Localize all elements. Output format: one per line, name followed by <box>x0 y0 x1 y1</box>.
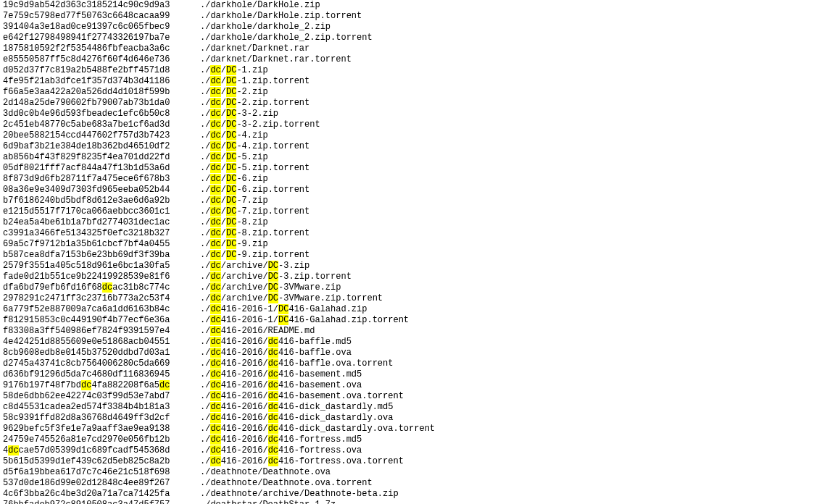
output-line: b587cea8dfa7153b6e23bb69df3f39ba./dc/DC-… <box>0 250 835 261</box>
file-path: ./dc/DC-3-2.zip <box>190 109 278 119</box>
highlight-match: dc <box>210 272 220 282</box>
highlight-match: dc <box>210 282 220 293</box>
highlight-match: dc <box>268 413 278 423</box>
file-path: ./dc416-2016/dc416-basement.ova.torrent <box>190 391 404 402</box>
highlight-match: dc <box>210 402 220 412</box>
highlight-match: dc <box>210 87 220 97</box>
output-line: c3991a3466fe5134325f0efc3218b327./dc/DC-… <box>0 228 835 239</box>
highlight-match: dc <box>210 358 220 369</box>
file-path: ./dc/DC-5.zip <box>190 152 268 163</box>
file-hash: 4e424251d8855609e0e51868acb04551 <box>0 337 190 348</box>
highlight-match: DC <box>226 109 236 119</box>
output-line: 7e759c5798ed77f50763c6648cacaa99./darkho… <box>0 11 835 22</box>
file-path: ./deathnote/Deathnote.ova.torrent <box>190 478 373 489</box>
file-hash: 05df8021fff7acf844a47f13b1d53a6d <box>0 163 190 174</box>
highlight-match: dc <box>210 413 220 423</box>
file-path: ./dc416-2016/dc416-baffle.ova <box>190 348 352 358</box>
output-line: 9629befc5f3fe1e7a9aaff3ae9ea9138./dc416-… <box>0 424 835 434</box>
file-path: ./dc/DC-2.zip <box>190 87 268 98</box>
file-path: ./dc416-2016/dc416-basement.ova <box>190 380 362 391</box>
file-path: ./dc/archive/DC-3VMware.zip <box>190 282 341 293</box>
highlight-match: DC <box>278 315 288 325</box>
highlight-match: dc <box>210 185 220 195</box>
highlight-match: DC <box>226 239 236 249</box>
file-hash: 24759e745526a81e7cd2970e056fb12b <box>0 434 190 445</box>
file-hash: 5b615d5399d1ef439c62d5eb825c8a2b <box>0 456 190 467</box>
highlight-match: DC <box>226 119 236 130</box>
file-hash: 537d0de186d99e02d12848c4ee89f267 <box>0 478 190 489</box>
file-hash: 08a36e9e3409d7303fd965eeba052b44 <box>0 185 190 196</box>
highlight-match: DC <box>226 163 236 173</box>
highlight-match: dc <box>210 445 220 455</box>
output-line: 58c9391ffd82d8a36768d4649ff3d2cf./dc416-… <box>0 413 835 424</box>
highlight-match: DC <box>226 65 236 75</box>
file-hash: f83308a3ff540986ef7824f9391597e4 <box>0 326 190 337</box>
file-hash: c3991a3466fe5134325f0efc3218b327 <box>0 228 190 239</box>
file-hash: 19c9d9ab542d363c3185214c90c9d9a3 <box>0 0 190 11</box>
file-path: ./darkhole/darkhole_2.zip <box>190 22 331 33</box>
file-path: ./dc416-2016/dc416-fortress.ova.torrent <box>190 456 404 467</box>
file-path: ./dc/DC-4.zip <box>190 130 268 141</box>
output-line: 6a779f52e887009a7ca6a1dd6163b84c./dc416-… <box>0 304 835 315</box>
output-line: 4fe95f21ab3dfce1f357d374b3d41186./dc/DC-… <box>0 76 835 87</box>
output-line: 76bbfadeb972c8910508ac3a47d5f757./deaths… <box>0 500 835 504</box>
highlight-match: DC <box>226 87 236 97</box>
file-hash: 6d9baf3b21e384de18b362bd46510df2 <box>0 141 190 152</box>
output-line: 537d0de186d99e02d12848c4ee89f267./deathn… <box>0 478 835 489</box>
file-hash: 6a779f52e887009a7ca6a1dd6163b84c <box>0 304 190 315</box>
file-hash: 4c6f3bba26c4be3d20a71a7ca71425fa <box>0 489 190 500</box>
highlight-match: dc <box>210 109 220 119</box>
highlight-match: dc <box>210 141 220 151</box>
highlight-match: dc <box>210 315 220 325</box>
file-hash: 2d148a25de790602fb79007ab73b1da0 <box>0 98 190 109</box>
output-line: f83308a3ff540986ef7824f9391597e4./dc416-… <box>0 326 835 337</box>
file-hash: b24ea5a4be61b1a7bfd2774031dec1ac <box>0 217 190 228</box>
file-path: ./dc/DC-1.zip <box>190 65 268 76</box>
file-hash: d052d37f7c819a2b5488fe2bff4571d8 <box>0 65 190 76</box>
file-hash: e85550587ff5c8d4276f60f4d646e736 <box>0 54 190 65</box>
output-line: 24759e745526a81e7cd2970e056fb12b./dc416-… <box>0 434 835 445</box>
highlight-match: DC <box>226 185 236 195</box>
highlight-match: dc <box>210 119 220 130</box>
highlight-match: dc <box>268 402 278 412</box>
output-line: f812915853c0c449190f4b77ecf6e36a./dc416-… <box>0 315 835 326</box>
highlight-match: dc <box>210 348 220 358</box>
output-line: 08a36e9e3409d7303fd965eeba052b44./dc/DC-… <box>0 185 835 196</box>
highlight-match: dc <box>268 380 278 390</box>
highlight-match: dc <box>210 174 220 184</box>
highlight-match: DC <box>226 152 236 162</box>
file-path: ./dc416-2016-1/DC416-Galahad.zip <box>190 304 367 315</box>
file-hash: 3dd0c0b4e96d593fbeadec1efc6b50c8 <box>0 109 190 119</box>
file-path: ./deathstar/DeathStar 1.7z <box>190 500 336 504</box>
file-hash: 20bee5882154ccd447602f757d3b7423 <box>0 130 190 141</box>
highlight-match: DC <box>226 130 236 140</box>
output-line: 2579f3551a405c518d961e6bc1a30fa5./dc/arc… <box>0 261 835 272</box>
highlight-match: dc <box>268 337 278 347</box>
highlight-match: dc <box>210 261 220 271</box>
output-line: 5b615d5399d1ef439c62d5eb825c8a2b./dc416-… <box>0 456 835 467</box>
highlight-match: DC <box>226 98 236 108</box>
highlight-match: DC <box>226 217 236 227</box>
highlight-match: dc <box>210 206 220 217</box>
file-path: ./dc/archive/DC-3.zip <box>190 261 310 272</box>
file-path: ./dc/DC-4.zip.torrent <box>190 141 310 152</box>
output-line: d052d37f7c819a2b5488fe2bff4571d8./dc/DC-… <box>0 65 835 76</box>
file-path: ./dc/archive/DC-3.zip.torrent <box>190 272 352 282</box>
file-path: ./darkhole/DarkHole.zip <box>190 0 320 11</box>
output-line: b7f6186240bd5bdf8d612e3ae6d6a92b./dc/DC-… <box>0 196 835 206</box>
highlight-match: dc <box>268 348 278 358</box>
highlight-match: dc <box>210 391 220 401</box>
output-line: 8cb9608edb8e0145b37520ddbd7d03a1./dc416-… <box>0 348 835 358</box>
highlight-match: dc <box>210 326 220 336</box>
output-line: 2978291c2471ff3c23716b773a2c53f4./dc/arc… <box>0 293 835 304</box>
file-path: ./dc416-2016/dc416-fortress.md5 <box>190 434 362 445</box>
file-hash: e642f12798498941f27743326197ba7e <box>0 33 190 43</box>
highlight-match: dc <box>210 369 220 379</box>
highlight-match: DC <box>226 76 236 86</box>
output-line: b24ea5a4be61b1a7bfd2774031dec1ac./dc/DC-… <box>0 217 835 228</box>
output-line: 8f873d9d6fb28711f7a475ece6f678b3./dc/DC-… <box>0 174 835 185</box>
file-path: ./dc/DC-8.zip.torrent <box>190 228 310 239</box>
file-path: ./darknet/Darknet.rar.torrent <box>190 54 352 65</box>
output-line: 1875810592f2f5354486fbfeacba3a6c./darkne… <box>0 43 835 54</box>
highlight-match: dc <box>210 456 220 466</box>
